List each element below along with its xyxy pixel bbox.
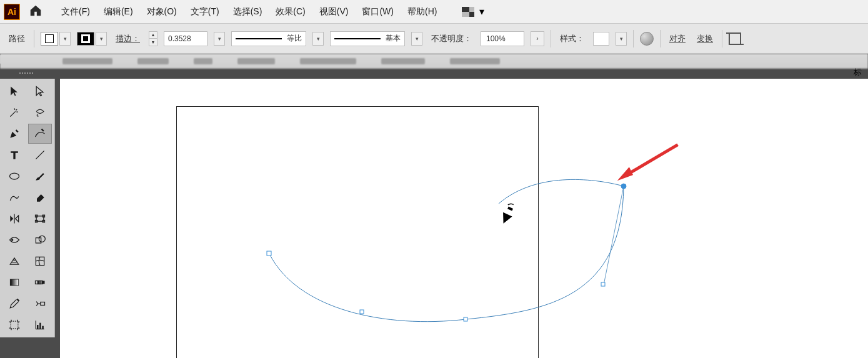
svg-rect-11 bbox=[36, 257, 44, 265]
tools-panel bbox=[0, 79, 55, 337]
brush-definition-select[interactable]: 基本 bbox=[330, 31, 405, 46]
free-transform-tool[interactable] bbox=[28, 209, 52, 229]
shaper-tool[interactable] bbox=[2, 187, 26, 207]
menu-window[interactable]: 窗口(W) bbox=[362, 6, 394, 17]
column-graph-tool[interactable] bbox=[28, 315, 52, 335]
step-up-icon[interactable]: ▲ bbox=[149, 32, 157, 39]
truncated-tab-text: 标 bbox=[854, 67, 862, 78]
home-icon bbox=[29, 4, 42, 17]
recolor-artwork-icon[interactable] bbox=[640, 32, 654, 46]
opacity-flyout[interactable]: › bbox=[531, 31, 544, 46]
tools-drag-handle[interactable] bbox=[11, 72, 41, 76]
style-swatch[interactable] bbox=[593, 32, 609, 46]
menu-file[interactable]: 文件(F) bbox=[61, 6, 90, 17]
lasso-tool[interactable] bbox=[28, 102, 52, 122]
svg-rect-23 bbox=[267, 251, 271, 256]
svg-rect-24 bbox=[360, 310, 364, 314]
brush-definition-label: 基本 bbox=[386, 33, 401, 44]
stroke-profile-label: 等比 bbox=[287, 33, 302, 44]
workspace-layout-icon[interactable] bbox=[462, 7, 474, 17]
brush-definition-dropdown[interactable]: ▾ bbox=[411, 32, 422, 46]
step-down-icon[interactable]: ▼ bbox=[149, 39, 157, 46]
style-dropdown[interactable]: ▾ bbox=[616, 32, 627, 46]
home-button[interactable] bbox=[29, 4, 42, 20]
stroke-profile-select[interactable]: 等比 bbox=[231, 31, 306, 46]
curvature-tool[interactable] bbox=[28, 124, 52, 144]
style-label: 样式： bbox=[557, 33, 587, 44]
stroke-dropdown[interactable]: ▾ bbox=[96, 32, 107, 46]
svg-rect-16 bbox=[41, 281, 44, 284]
eyedropper-tool[interactable] bbox=[2, 294, 26, 314]
svg-rect-14 bbox=[37, 281, 40, 284]
stroke-weight-label: 描边： bbox=[113, 33, 142, 44]
svg-marker-29 bbox=[614, 167, 633, 181]
opacity-label: 不透明度： bbox=[429, 33, 474, 44]
shape-builder-tool[interactable] bbox=[28, 230, 52, 250]
svg-rect-20 bbox=[39, 323, 41, 329]
workspace-dropdown-icon[interactable]: ▾ bbox=[479, 6, 484, 17]
transform-button[interactable]: 变换 bbox=[694, 33, 716, 44]
perspective-grid-tool[interactable] bbox=[2, 251, 26, 271]
reflect-tool[interactable] bbox=[2, 209, 26, 229]
stroke-weight-stepper[interactable]: ▲ ▼ bbox=[149, 31, 157, 46]
line-segment-tool[interactable] bbox=[28, 145, 52, 165]
menu-select[interactable]: 选择(S) bbox=[233, 6, 262, 17]
artboard-tool[interactable] bbox=[2, 315, 26, 335]
selection-type-label: 路径 bbox=[6, 33, 27, 44]
menu-text[interactable]: 文字(T) bbox=[191, 6, 219, 17]
menu-bar: Ai 文件(F) 编辑(E) 对象(O) 文字(T) 选择(S) 效果(C) 视… bbox=[0, 0, 868, 24]
width-tool[interactable] bbox=[2, 230, 26, 250]
drawn-path[interactable] bbox=[60, 79, 868, 358]
svg-rect-13 bbox=[35, 281, 38, 284]
ellipse-tool[interactable] bbox=[2, 166, 26, 186]
magic-wand-tool[interactable] bbox=[2, 102, 26, 122]
svg-rect-26 bbox=[601, 282, 605, 286]
svg-rect-17 bbox=[40, 302, 44, 306]
svg-point-8 bbox=[11, 239, 13, 241]
opacity-input[interactable]: 100% bbox=[481, 31, 524, 46]
paintbrush-tool[interactable] bbox=[28, 166, 52, 186]
stroke-weight-input[interactable]: 0.3528 bbox=[164, 31, 207, 46]
document-tab-strip[interactable] bbox=[0, 54, 868, 69]
direct-selection-tool[interactable] bbox=[28, 81, 52, 101]
options-bar: 路径 ▾ ▾ 描边： ▲ ▼ 0.3528 ▾ 等比 ▾ 基本 ▾ 不透明度： … bbox=[0, 24, 868, 54]
svg-rect-19 bbox=[37, 325, 39, 329]
fill-dropdown[interactable]: ▾ bbox=[59, 32, 71, 46]
blend-tool[interactable] bbox=[28, 272, 52, 292]
menu-effect[interactable]: 效果(C) bbox=[276, 6, 305, 17]
eraser-tool[interactable] bbox=[28, 187, 52, 207]
menu-view[interactable]: 视图(V) bbox=[319, 6, 349, 17]
svg-point-10 bbox=[39, 236, 45, 242]
svg-line-22 bbox=[604, 186, 624, 285]
isolate-selection-icon[interactable] bbox=[729, 32, 741, 45]
app-logo-icon: Ai bbox=[4, 4, 20, 20]
svg-rect-21 bbox=[42, 326, 44, 329]
align-button[interactable]: 对齐 bbox=[667, 33, 688, 44]
svg-rect-18 bbox=[11, 321, 18, 329]
fill-swatch[interactable] bbox=[41, 32, 58, 46]
svg-point-1 bbox=[10, 173, 19, 179]
svg-line-0 bbox=[36, 151, 44, 159]
menu-edit[interactable]: 编辑(E) bbox=[104, 6, 133, 17]
type-tool[interactable] bbox=[2, 145, 26, 165]
menu-object[interactable]: 对象(O) bbox=[147, 6, 177, 17]
stroke-weight-dropdown[interactable]: ▾ bbox=[214, 32, 225, 46]
mesh-tool[interactable] bbox=[28, 251, 52, 271]
svg-rect-25 bbox=[464, 317, 467, 321]
pen-tool[interactable] bbox=[2, 124, 26, 144]
menu-help[interactable]: 帮助(H) bbox=[407, 6, 437, 17]
stroke-profile-dropdown[interactable]: ▾ bbox=[312, 32, 324, 46]
canvas-area[interactable] bbox=[60, 79, 868, 358]
svg-rect-12 bbox=[10, 279, 18, 286]
svg-rect-9 bbox=[36, 238, 41, 243]
stroke-swatch[interactable] bbox=[77, 32, 94, 46]
symbol-sprayer-tool[interactable] bbox=[28, 294, 52, 314]
selection-tool[interactable] bbox=[2, 81, 26, 101]
gradient-tool[interactable] bbox=[2, 272, 26, 292]
